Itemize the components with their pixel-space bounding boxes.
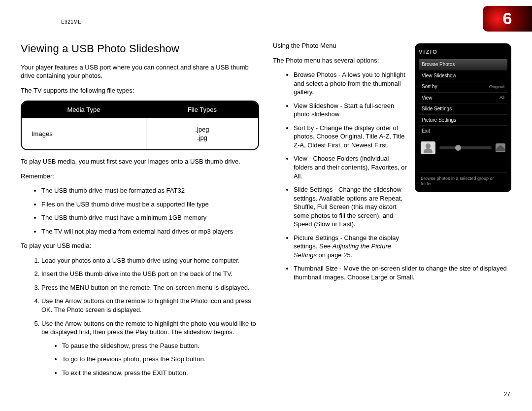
thumbnail-large-icon (421, 141, 435, 154)
list-item: Insert the USB thumb drive into the USB … (41, 270, 259, 278)
remember-list: The USB thumb drive must be formatted as… (21, 186, 259, 236)
must-save-line: To play USB media, you must ﬁrst save yo… (21, 157, 259, 166)
list-item: Thumbnail Size - Move the on-screen slid… (294, 264, 511, 281)
menu-row-view: View All (419, 92, 507, 103)
thumbnail-small-icon (496, 143, 505, 152)
list-item: Use the Arrow buttons on the remote to h… (41, 319, 259, 377)
vizio-logo: VIZIO (419, 48, 446, 55)
picture-settings-trail: on page 25. (317, 251, 352, 259)
file-types-table: Media Type File Types Images .jpeg .jpg (21, 101, 259, 150)
chapter-tab: 6 (483, 6, 532, 32)
list-item: To go to the previous photo, press the S… (62, 355, 259, 364)
menu-row-label: View Slideshow (422, 72, 456, 79)
remember-label: Remember: (21, 172, 259, 181)
list-item: Use the Arrow buttons on the remote to h… (41, 297, 259, 314)
toplay-label: To play your USB media: (21, 241, 259, 250)
steps-list: Load your photos onto a USB thumb drive … (21, 256, 259, 377)
file-type-1: .jpeg (156, 125, 248, 134)
page: E321ME 6 Viewing a USB Photo Slideshow Y… (0, 0, 532, 411)
thumbnail-size-slider (439, 146, 492, 149)
section-title: Viewing a USB Photo Slideshow (21, 41, 259, 56)
menu-help-text: Browse photos in a selected group or fol… (419, 172, 507, 188)
list-item: The USB thumb drive must have a minimum … (41, 213, 259, 222)
menu-row-value: All (499, 95, 504, 101)
menu-row-sort-by: Sort by Original (419, 81, 507, 92)
list-item: Press the MENU button on the remote. The… (41, 283, 259, 292)
menu-row-slide-settings: Slide Settings (419, 103, 507, 114)
right-column: VIZIO Browse Photos View Slideshow Sort … (273, 41, 511, 383)
list-item: Picture Settings - Change the display se… (294, 234, 511, 260)
step-text: Use the Arrow buttons on the remote to h… (41, 320, 256, 336)
th-file-types: File Types (146, 102, 258, 118)
supports-line: The TV supports the following ﬁle types: (21, 86, 259, 95)
menu-row-label: Slide Settings (422, 105, 452, 112)
th-media-type: Media Type (22, 102, 146, 118)
sub-controls-list: To pause the slideshow, press the Pause … (41, 342, 259, 377)
model-code: E321ME (61, 19, 81, 26)
list-item: To pause the slideshow, press the Pause … (62, 342, 259, 350)
menu-row-label: Sort by (422, 83, 437, 90)
photo-menu-screenshot: VIZIO Browse Photos View Slideshow Sort … (415, 43, 511, 192)
intro-paragraph: Your player features a USB port where yo… (21, 63, 259, 80)
chapter-number: 6 (503, 7, 512, 30)
table-row: Images .jpeg .jpg (22, 118, 258, 149)
page-number: 27 (504, 390, 510, 398)
menu-row-label: View (422, 95, 432, 102)
cell-filetypes: .jpeg .jpg (146, 118, 258, 149)
menu-row-value: Original (489, 84, 504, 90)
menu-row-label: Exit (422, 128, 430, 135)
menu-row-label: Browse Photos (422, 61, 455, 68)
list-item: Files on the USB thumb drive must be a s… (41, 200, 259, 209)
list-item: Load your photos onto a USB thumb drive … (41, 256, 259, 265)
list-item: To exit the slideshow, press the EXIT bu… (62, 369, 259, 377)
cell-media: Images (22, 118, 146, 149)
menu-row-label: Picture Settings (422, 117, 456, 124)
left-column: Viewing a USB Photo Slideshow Your playe… (21, 41, 259, 383)
file-type-2: .jpg (156, 134, 248, 142)
list-item: The USB thumb drive must be formatted as… (41, 186, 259, 195)
list-item: The TV will not play media from external… (41, 227, 259, 236)
menu-row-view-slideshow: View Slideshow (419, 70, 507, 81)
menu-row-browse-photos: Browse Photos (419, 59, 507, 70)
menu-row-picture-settings: Picture Settings (419, 114, 507, 126)
thumbnail-slider-row (419, 138, 507, 157)
menu-row-exit: Exit (419, 125, 507, 137)
